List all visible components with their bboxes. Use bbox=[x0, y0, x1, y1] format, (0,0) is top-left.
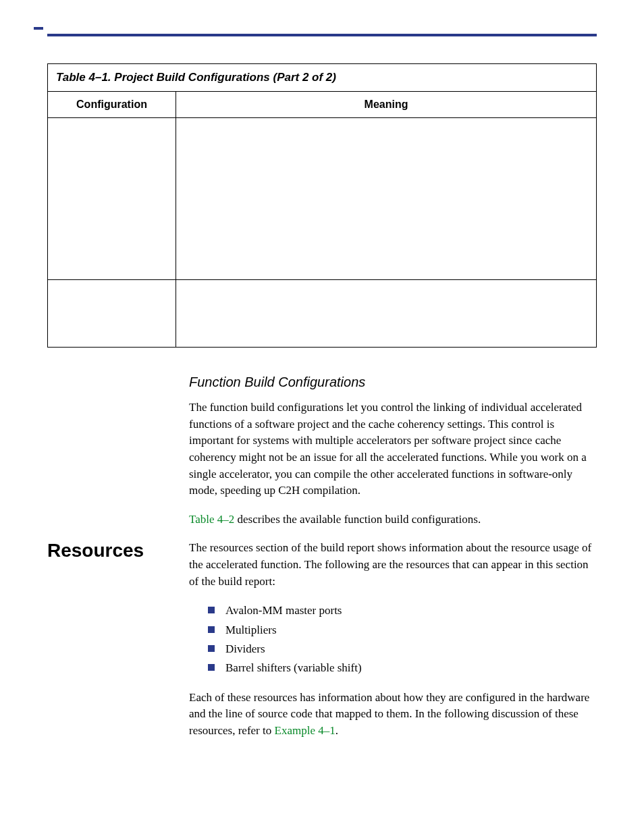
paragraph: Table 4–2 describes the available functi… bbox=[189, 512, 597, 528]
table-cell bbox=[176, 118, 597, 280]
section-resources: Resources The resources section of the b… bbox=[47, 540, 597, 751]
table-cell bbox=[48, 118, 176, 280]
paragraph: The function build configurations let yo… bbox=[189, 399, 597, 499]
text: . bbox=[336, 724, 338, 737]
xref-table-4-2[interactable]: Table 4–2 bbox=[189, 513, 234, 526]
table-row bbox=[48, 118, 597, 280]
corner-rule bbox=[34, 27, 43, 30]
list-item: Dividers bbox=[208, 640, 597, 658]
paragraph: The resources section of the build repor… bbox=[189, 540, 597, 590]
paragraph: Each of these resources has information … bbox=[189, 690, 597, 740]
text: Each of these resources has information … bbox=[189, 691, 589, 737]
table-cell bbox=[176, 280, 597, 348]
list-item: Multipliers bbox=[208, 622, 597, 639]
col-configuration: Configuration bbox=[48, 92, 176, 118]
xref-example-4-1[interactable]: Example 4–1 bbox=[275, 724, 336, 737]
subheading-function-build: Function Build Configurations bbox=[189, 375, 597, 390]
list-item: Barrel shifters (variable shift) bbox=[208, 659, 597, 677]
table-caption: Table 4–1. Project Build Configurations … bbox=[47, 63, 597, 91]
table-row bbox=[48, 280, 597, 348]
section-function-build: Function Build Configurations The functi… bbox=[189, 375, 597, 528]
build-config-table: Table 4–1. Project Build Configurations … bbox=[47, 63, 597, 348]
col-meaning: Meaning bbox=[176, 92, 597, 118]
text: describes the available function build c… bbox=[234, 513, 481, 526]
resources-body: The resources section of the build repor… bbox=[189, 540, 597, 751]
side-heading-resources: Resources bbox=[47, 540, 169, 561]
resource-list: Avalon-MM master ports Multipliers Divid… bbox=[208, 602, 597, 677]
table-cell bbox=[48, 280, 176, 348]
top-rule bbox=[47, 34, 597, 36]
list-item: Avalon-MM master ports bbox=[208, 602, 597, 619]
table-header-row: Configuration Meaning bbox=[48, 92, 597, 118]
